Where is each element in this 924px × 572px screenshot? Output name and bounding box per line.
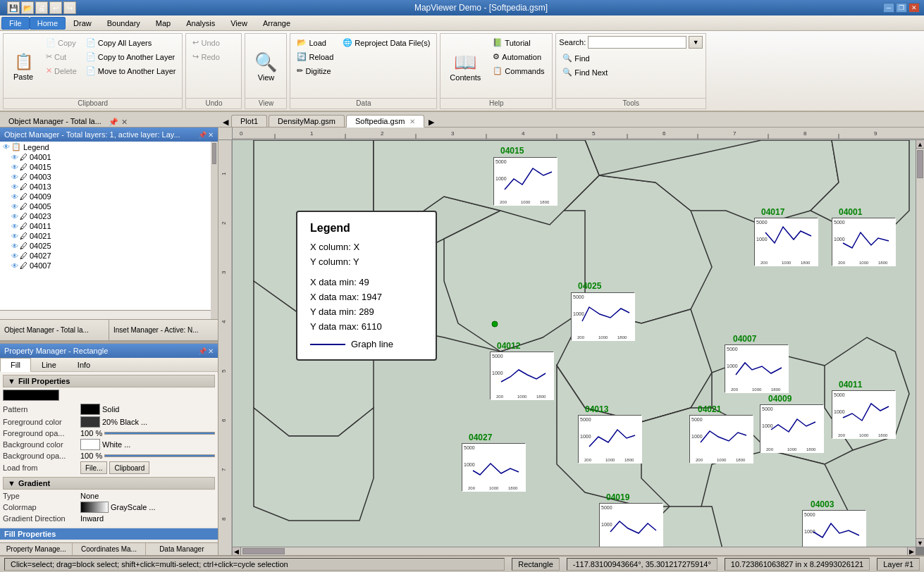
copy-to-another-button[interactable]: 📄 Copy to Another Layer bbox=[82, 50, 180, 63]
close-btn[interactable]: ✕ bbox=[908, 3, 920, 13]
vertical-scrollbar[interactable]: ▲ ▼ bbox=[916, 140, 924, 547]
tree-item-04027[interactable]: 👁 🖊 04027 bbox=[0, 251, 211, 261]
redo-button[interactable]: ↪ Redo bbox=[189, 50, 223, 63]
tree-item-04025[interactable]: 👁 🖊 04025 bbox=[0, 241, 211, 251]
load-file-btn[interactable]: File... bbox=[80, 461, 107, 474]
automation-button[interactable]: ⚙ Automation bbox=[489, 50, 548, 63]
bg-color-dots[interactable]: ... bbox=[124, 440, 130, 449]
copy-all-layers-button[interactable]: 📄 Copy All Layers bbox=[82, 36, 180, 49]
pattern-color-swatch[interactable] bbox=[80, 404, 100, 415]
prop-tab-line[interactable]: Line bbox=[31, 358, 67, 371]
fill-props-collapse[interactable]: ▼ bbox=[8, 377, 16, 385]
bg-color-swatch[interactable] bbox=[80, 439, 100, 450]
inset-manager-tab[interactable]: Inset Manager - Active: N... bbox=[109, 320, 218, 340]
tab-plot1[interactable]: Plot1 bbox=[231, 115, 267, 127]
move-to-another-button[interactable]: 📄 Move to Another Layer bbox=[82, 64, 180, 77]
eye-icon-04011[interactable]: 👁 bbox=[11, 223, 18, 230]
eye-icon-04005[interactable]: 👁 bbox=[11, 203, 18, 211]
tab-densitymap[interactable]: DensityMap.gsm bbox=[269, 115, 345, 127]
qa-save-btn[interactable]: 💾 bbox=[7, 1, 20, 14]
scroll-down-btn[interactable]: ▼ bbox=[916, 538, 924, 547]
menu-file[interactable]: File bbox=[1, 17, 30, 30]
bottom-tab-property[interactable]: Property Manage... bbox=[0, 543, 73, 555]
eye-icon-legend[interactable]: 👁 bbox=[3, 143, 10, 151]
menu-draw[interactable]: Draw bbox=[66, 17, 99, 30]
find-next-button[interactable]: 🔍 Find Next bbox=[559, 66, 703, 79]
tree-item-04007[interactable]: 👁 🖊 04007 bbox=[0, 261, 211, 271]
maximize-btn[interactable]: ❐ bbox=[896, 3, 907, 13]
tree-item-04021[interactable]: 👁 🖊 04021 bbox=[0, 231, 211, 241]
eye-icon-04003[interactable]: 👁 bbox=[11, 173, 18, 181]
menu-view[interactable]: View bbox=[223, 17, 255, 30]
cut-button[interactable]: ✂ Cut bbox=[42, 50, 80, 63]
tree-item-04003[interactable]: 👁 🖊 04003 bbox=[0, 172, 211, 182]
eye-icon-04023[interactable]: 👁 bbox=[11, 213, 18, 220]
eye-icon-04015[interactable]: 👁 bbox=[11, 163, 18, 171]
gradient-collapse[interactable]: ▼ bbox=[8, 479, 16, 487]
object-tree[interactable]: 👁 📋 Legend 👁 🖊 04001 👁 🖊 040 bbox=[0, 142, 211, 311]
scroll-v-thumb[interactable] bbox=[917, 150, 923, 178]
eye-icon-04025[interactable]: 👁 bbox=[11, 242, 18, 250]
load-button[interactable]: 📂 Load bbox=[293, 36, 337, 49]
tree-item-04023[interactable]: 👁 🖊 04023 bbox=[0, 211, 211, 221]
view-button[interactable]: 🔍 View bbox=[248, 36, 283, 97]
tutorial-button[interactable]: 📗 Tutorial bbox=[489, 36, 548, 49]
qa-redo-btn[interactable]: ↪ bbox=[63, 1, 76, 14]
qa-open-btn[interactable]: 📂 bbox=[21, 1, 34, 14]
scroll-h-thumb[interactable] bbox=[242, 548, 285, 554]
contents-button[interactable]: 📖 Contents bbox=[443, 36, 487, 97]
commands-button[interactable]: 📋 Commands bbox=[489, 64, 548, 77]
colormap-dots[interactable]: ... bbox=[149, 503, 155, 511]
bottom-tab-coords[interactable]: Coordinates Ma... bbox=[73, 543, 145, 555]
digitize-button[interactable]: ✏ Digitize bbox=[293, 64, 337, 77]
tree-item-legend[interactable]: 👁 📋 Legend bbox=[0, 142, 211, 152]
find-button[interactable]: 🔍 Find bbox=[559, 51, 703, 65]
legend-box[interactable]: Legend X column: X Y column: Y X data mi… bbox=[296, 211, 437, 361]
scroll-left-btn[interactable]: ◀ bbox=[233, 547, 241, 555]
tab-scroll-left[interactable]: ◀ bbox=[220, 118, 231, 127]
tree-item-04011[interactable]: 👁 🖊 04011 bbox=[0, 221, 211, 231]
prop-tab-fill[interactable]: Fill bbox=[0, 358, 31, 372]
fg-color-dots[interactable]: ... bbox=[141, 418, 147, 426]
tree-item-04009[interactable]: 👁 🖊 04009 bbox=[0, 192, 211, 201]
reproject-button[interactable]: 🌐 Reproject Data File(s) bbox=[339, 36, 433, 49]
eye-icon-04013[interactable]: 👁 bbox=[11, 183, 18, 191]
eye-icon-04001[interactable]: 👁 bbox=[11, 154, 18, 161]
prop-tab-info[interactable]: Info bbox=[67, 358, 101, 371]
map-canvas[interactable]: 04015 5000 1000 200 1000 1800 04025 5000 bbox=[233, 140, 916, 547]
pm-pin-btn[interactable]: 📌 bbox=[198, 347, 207, 355]
scroll-up-btn[interactable]: ▲ bbox=[916, 140, 924, 149]
om-close-btn[interactable]: ✕ bbox=[208, 131, 214, 139]
minimize-btn[interactable]: ─ bbox=[883, 3, 894, 13]
reload-button[interactable]: 🔄 Reload bbox=[293, 50, 337, 63]
fg-color-swatch[interactable] bbox=[80, 416, 100, 428]
eye-icon-04027[interactable]: 👁 bbox=[11, 252, 18, 260]
bg-opacity-slider[interactable] bbox=[104, 454, 215, 457]
eye-icon-04007[interactable]: 👁 bbox=[11, 262, 18, 270]
tab-scroll-right[interactable]: ▶ bbox=[426, 118, 437, 127]
tree-item-04005[interactable]: 👁 🖊 04005 bbox=[0, 201, 211, 211]
menu-analysis[interactable]: Analysis bbox=[178, 17, 223, 30]
om-pin-btn[interactable]: 📌 bbox=[198, 131, 207, 139]
colormap-preview[interactable] bbox=[80, 502, 109, 513]
menu-home[interactable]: Home bbox=[30, 17, 66, 30]
fg-opacity-slider[interactable] bbox=[104, 432, 215, 435]
object-manager-pin[interactable]: 📌 bbox=[109, 118, 118, 127]
tree-scrollbar[interactable] bbox=[211, 142, 218, 319]
horizontal-scrollbar[interactable]: ◀ ▶ bbox=[233, 547, 916, 555]
copy-button[interactable]: 📄 Copy bbox=[42, 36, 80, 49]
paste-button[interactable]: 📋 Paste bbox=[6, 36, 40, 97]
scroll-right-btn[interactable]: ▶ bbox=[907, 547, 916, 555]
qa-undo-btn[interactable]: ↩ bbox=[49, 1, 62, 14]
undo-button[interactable]: ↩ Undo bbox=[189, 36, 223, 49]
search-dropdown-btn[interactable]: ▼ bbox=[689, 36, 703, 49]
tree-item-04013[interactable]: 👁 🖊 04013 bbox=[0, 182, 211, 192]
eye-icon-04009[interactable]: 👁 bbox=[11, 193, 18, 201]
bottom-tab-data[interactable]: Data Manager bbox=[146, 543, 218, 555]
object-manager-tab[interactable]: Object Manager - Total la... bbox=[0, 320, 109, 340]
qa-print-btn[interactable]: 🖨 bbox=[35, 1, 48, 14]
pm-close-btn[interactable]: ✕ bbox=[208, 347, 214, 355]
tree-scroll-thumb[interactable] bbox=[212, 143, 216, 164]
menu-map[interactable]: Map bbox=[148, 17, 178, 30]
tree-item-04015[interactable]: 👁 🖊 04015 bbox=[0, 162, 211, 172]
